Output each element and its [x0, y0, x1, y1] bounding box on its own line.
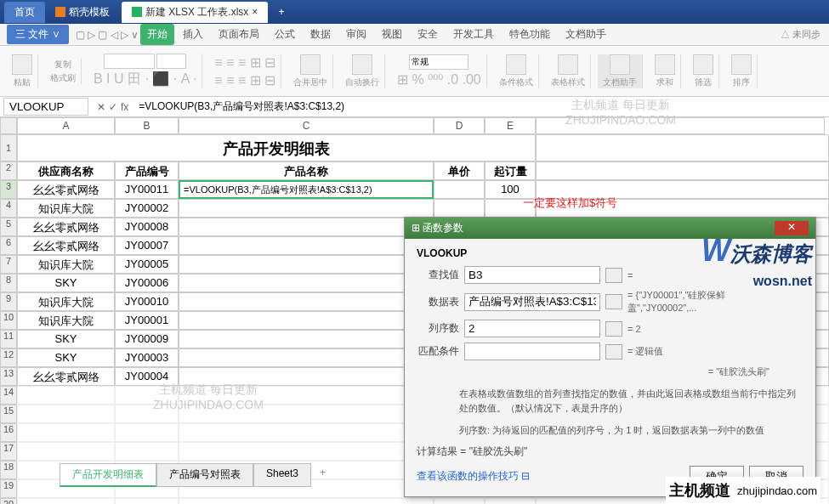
format-label[interactable]: 格式刷: [50, 72, 76, 84]
col-header[interactable]: D: [434, 117, 485, 134]
menu-security[interactable]: 安全: [411, 24, 445, 45]
sum-button[interactable]: [655, 54, 675, 75]
param3-input[interactable]: [464, 320, 600, 337]
filter-button[interactable]: [693, 54, 713, 75]
cell-product-name[interactable]: [179, 218, 434, 236]
align-buttons-2[interactable]: ≡ ≡ ≡ ⊞ ⊟: [214, 72, 275, 88]
cell-supplier[interactable]: 知识库大院: [17, 255, 115, 274]
cell[interactable]: [179, 498, 434, 504]
col-header[interactable]: C: [179, 117, 434, 134]
cell-product-name[interactable]: [179, 236, 434, 255]
sheet-tab-1[interactable]: 产品开发明细表: [60, 463, 156, 487]
cell-supplier[interactable]: 幺幺零贰网络: [17, 180, 115, 199]
cell-product-name[interactable]: [179, 292, 434, 311]
row-header[interactable]: 16: [0, 423, 17, 442]
menu-data[interactable]: 数据: [304, 24, 338, 45]
file-menu[interactable]: 三 文件 ∨: [7, 25, 69, 44]
param2-input[interactable]: [464, 293, 600, 311]
cell-product-name[interactable]: [179, 330, 434, 348]
cell-price[interactable]: [434, 180, 485, 199]
menu-start[interactable]: 开始: [140, 24, 174, 45]
cell[interactable]: [17, 423, 115, 442]
sort-button[interactable]: [731, 54, 752, 75]
font-combo[interactable]: [104, 54, 155, 69]
menu-features[interactable]: 特色功能: [503, 24, 557, 45]
col-header[interactable]: B: [115, 117, 179, 134]
cell[interactable]: [485, 498, 536, 504]
tab-current-file[interactable]: 新建 XLSX 工作表.xlsx ×: [122, 2, 268, 23]
cell-product-name[interactable]: [179, 255, 434, 274]
cell-supplier[interactable]: SKY: [17, 330, 115, 348]
param4-input[interactable]: [464, 343, 600, 360]
cell-product-code[interactable]: JY00006: [115, 274, 179, 292]
cell[interactable]: [17, 405, 115, 423]
cell-product-name[interactable]: [179, 311, 434, 330]
col-header[interactable]: A: [17, 117, 115, 134]
cell[interactable]: [115, 405, 179, 423]
quick-access[interactable]: ▢ ▷ ▢ ◁ ▷ ∨: [76, 29, 139, 41]
cell[interactable]: [115, 386, 179, 405]
row-header[interactable]: 12: [0, 348, 17, 367]
menu-formula[interactable]: 公式: [268, 24, 302, 45]
menu-layout[interactable]: 页面布局: [212, 24, 266, 45]
cell-product-code[interactable]: JY00004: [115, 367, 179, 386]
ref-icon[interactable]: [605, 344, 622, 360]
row-header[interactable]: 4: [0, 199, 17, 218]
row-header[interactable]: 6: [0, 236, 17, 255]
fx-icon[interactable]: fx: [121, 101, 128, 113]
row-header[interactable]: 14: [0, 386, 17, 405]
tab-template[interactable]: 稻壳模板: [45, 2, 120, 23]
cell-product-code[interactable]: JY00008: [115, 218, 179, 236]
cell-product-code[interactable]: JY00009: [115, 330, 179, 348]
cell[interactable]: [179, 405, 434, 423]
row-header[interactable]: 18: [0, 461, 17, 479]
cell-product-name[interactable]: [179, 274, 434, 292]
row-header[interactable]: 20: [0, 498, 17, 504]
tab-add[interactable]: +: [268, 3, 294, 21]
row-header[interactable]: 10: [0, 311, 17, 330]
row-header[interactable]: 3: [0, 180, 17, 199]
cell[interactable]: [17, 498, 115, 504]
row-header[interactable]: 2: [0, 161, 17, 180]
param1-input[interactable]: [464, 266, 600, 284]
col-header[interactable]: E: [485, 117, 536, 134]
cell-supplier[interactable]: 知识库大院: [17, 199, 115, 218]
tab-home[interactable]: 首页: [4, 2, 45, 23]
cell[interactable]: [536, 161, 829, 180]
sheet-tab-2[interactable]: 产品编号对照表: [156, 463, 253, 487]
cell-supplier[interactable]: 幺幺零贰网络: [17, 218, 115, 236]
row-header[interactable]: 8: [0, 274, 17, 292]
cell-supplier[interactable]: 知识库大院: [17, 292, 115, 311]
cell-supplier[interactable]: 幺幺零贰网络: [17, 367, 115, 386]
ref-icon[interactable]: [605, 268, 622, 283]
cell[interactable]: [179, 442, 434, 461]
cell-product-name[interactable]: [179, 348, 434, 367]
size-combo[interactable]: [156, 54, 186, 69]
cell[interactable]: [434, 498, 485, 504]
paste-button[interactable]: [12, 54, 32, 75]
wrap-button[interactable]: [352, 54, 372, 75]
cell-product-code[interactable]: JY00010: [115, 292, 179, 311]
cell-supplier[interactable]: 幺幺零贰网络: [17, 236, 115, 255]
cell-product-code[interactable]: JY00002: [115, 199, 179, 218]
cell-product-code[interactable]: JY00005: [115, 255, 179, 274]
row-header[interactable]: 19: [0, 479, 17, 498]
merge-button[interactable]: [300, 54, 321, 75]
cell-product-code[interactable]: JY00003: [115, 348, 179, 367]
formula-input[interactable]: =VLOOKUP(B3,产品编号对照表!A$3:C$13,2): [133, 98, 829, 116]
menu-review[interactable]: 审阅: [339, 24, 373, 45]
dialog-help-link[interactable]: 查看该函数的操作技巧 ⊟: [417, 469, 530, 484]
ref-icon[interactable]: [605, 321, 622, 337]
col-header[interactable]: [536, 117, 825, 134]
row-header[interactable]: 9: [0, 292, 17, 311]
cell[interactable]: [17, 442, 115, 461]
condfmt-button[interactable]: [506, 54, 526, 75]
menu-insert[interactable]: 插入: [176, 24, 210, 45]
cell-product-code[interactable]: JY00001: [115, 311, 179, 330]
copy-label[interactable]: 复制: [54, 59, 71, 71]
cell[interactable]: [115, 498, 179, 504]
ref-icon[interactable]: [605, 294, 622, 309]
cell[interactable]: [179, 423, 434, 442]
name-box[interactable]: [3, 98, 88, 116]
row-header[interactable]: 13: [0, 367, 17, 386]
